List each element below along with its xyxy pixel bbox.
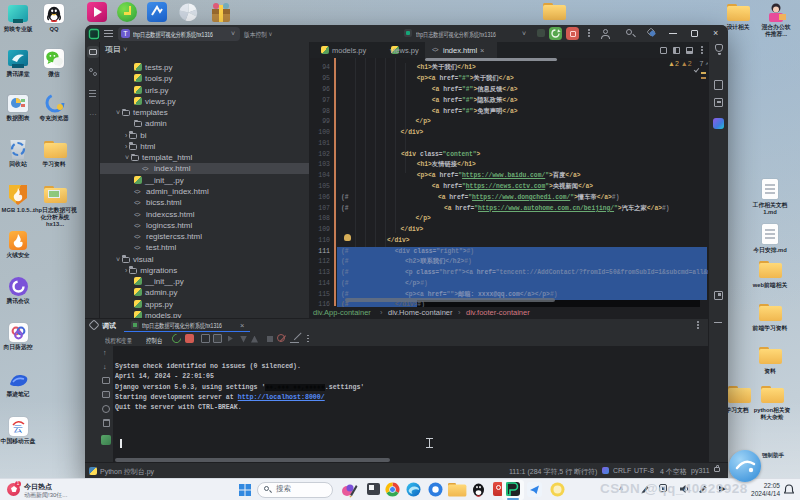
svg-text:云: 云 <box>13 423 23 434</box>
